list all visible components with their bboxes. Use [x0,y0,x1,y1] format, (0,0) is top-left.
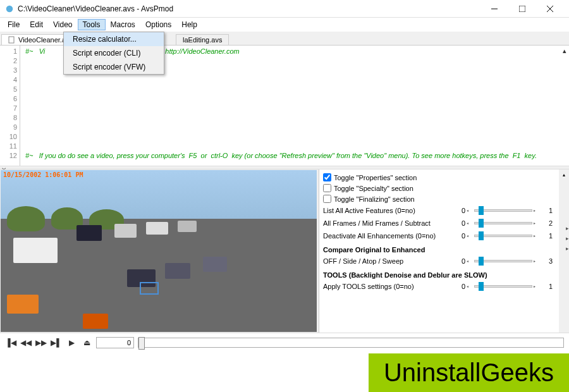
preview-timestamp: 10/15/2002 1:06:01 PM [3,171,83,178]
code-hint-line: #~ If you do do see a video, press your … [25,151,564,161]
toggle-finalizing-checkbox[interactable] [323,195,331,203]
svg-rect-5 [9,37,14,43]
slider-apply-tools: Apply TOOLS settings (0=no) 0 ◂ ▸ 1 0 [323,280,565,293]
dropdown-resize-calculator[interactable]: Resize calculator... [64,32,164,46]
timeline-scrubber[interactable] [138,338,564,348]
header-tools: TOOLS (Backlight Denoise and Deblur are … [323,267,565,280]
svg-rect-2 [519,6,525,12]
toggle-specialty-check[interactable]: Toggle "Specialty" section [323,183,565,193]
side-arrow-icon[interactable]: ▸ [566,235,569,245]
menu-macros[interactable]: Macros [106,19,140,30]
video-preview-frame[interactable]: 10/15/2002 1:06:01 PM [1,170,317,332]
side-expand-arrows: ▸ ▸ ▸ [566,225,569,255]
goto-start-button[interactable]: ▐◀ [5,338,16,347]
minimize-button[interactable] [480,0,508,18]
file-icon [8,36,16,44]
slider-deactivate-enhancements: Deactivate All Enhancements (0=no) 0 ◂ ▸… [323,230,565,242]
scroll-up-icon[interactable]: ▴ [559,169,569,180]
window-titlebar: C:\VideoCleaner\VideoCleaner.avs - AvsPm… [0,0,569,18]
line-gutter: 1 2 3 4 5 6 7 8 9 10 11 12 [0,46,20,166]
menu-tools[interactable]: Tools [78,19,106,30]
close-button[interactable] [536,0,564,18]
eject-button[interactable]: ⏏ [81,338,92,347]
play-button[interactable]: ▶ [66,338,77,347]
slider-frames-mode: All Frames / Mid Frames / Subtract 0 ◂ ▸… [323,217,565,230]
window-title: C:\VideoCleaner\VideoCleaner.avs - AvsPm… [18,4,480,13]
menu-video[interactable]: Video [48,19,77,30]
editor-scroll-up-icon[interactable]: ▴ [563,47,566,55]
spinner-left[interactable]: ◂ [467,209,473,212]
watermark-banner: UninstallGeeks [369,353,569,392]
timeline-marker[interactable] [138,337,145,350]
menu-file[interactable]: File [3,19,25,30]
forward-button[interactable]: ▶▶ [35,338,47,347]
dropdown-script-encoder-vfw[interactable]: Script encoder (VFW) [64,60,164,74]
maximize-button[interactable] [508,0,536,18]
rewind-button[interactable]: ◀◀ [20,338,32,347]
dropdown-script-encoder-cli[interactable]: Script encoder (CLI) [64,46,164,60]
slider-compare-mode: OFF / Side / Atop / Sweep 0 ◂ ▸ 3 0 [323,255,565,267]
properties-panel: Toggle "Properties" section Toggle "Spec… [319,169,569,333]
menu-edit[interactable]: Edit [25,19,48,30]
tools-dropdown: Resize calculator... Script encoder (CLI… [63,32,164,75]
toggle-properties-checkbox[interactable] [323,173,331,181]
tab-editing[interactable]: laEditing.avs [176,34,229,45]
spinner-right[interactable]: ▸ [534,209,540,212]
slider-thumb[interactable] [479,206,484,215]
tab-label-partial: laEditing.avs [183,36,222,44]
frame-number-input[interactable] [96,337,134,348]
toggle-finalizing-check[interactable]: Toggle "Finalizing" section [323,193,565,204]
header-compare: Compare Original to Enhanced [323,242,565,255]
video-preview-panel: 10/15/2002 1:06:01 PM [0,169,319,333]
goto-end-button[interactable]: ▶▌ [51,338,62,347]
app-icon [5,4,14,13]
playback-bar: ▐◀ ◀◀ ▶▶ ▶▌ ▶ ⏏ [0,333,569,352]
toggle-properties-check[interactable]: Toggle "Properties" section [323,172,565,183]
side-arrow-icon[interactable]: ▸ [566,245,569,255]
menubar: File Edit Video Tools Macros Options Hel… [0,18,569,32]
slider-track[interactable] [474,209,532,212]
slider-list-active-features: List All Active Features (0=no) 0 ◂ ▸ 1 … [323,204,565,217]
side-arrow-icon[interactable]: ▸ [566,225,569,235]
svg-point-0 [6,5,13,12]
menu-help[interactable]: Help [176,19,202,30]
toggle-specialty-checkbox[interactable] [323,184,331,192]
menu-options[interactable]: Options [140,19,176,30]
